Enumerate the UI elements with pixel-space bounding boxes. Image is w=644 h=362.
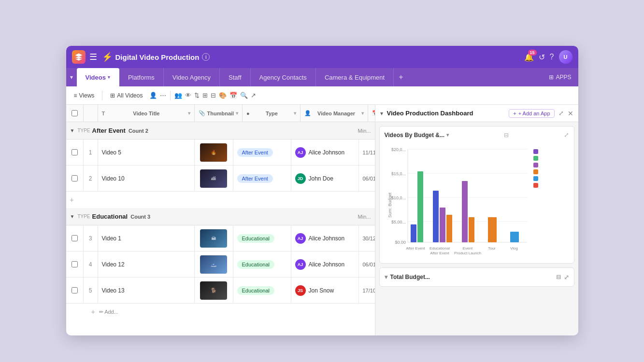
tab-camera-equipment[interactable]: Camera & Equipment — [316, 68, 394, 86]
header: ☰ ⚡ Digital Video Production i 🔔 15 ↺ ? … — [66, 46, 578, 68]
add-row-after-event[interactable]: + — [66, 192, 375, 208]
thumbnail-image: 🔥 — [200, 143, 227, 162]
type-badge: After Event — [237, 148, 273, 157]
cell-manager[interactable]: AJ Alice Johnson — [291, 139, 359, 165]
add-icon: + — [70, 196, 74, 204]
dashboard-title: Video Production Dashboard — [387, 110, 505, 117]
dashboard-header: ▾ Video Production Dashboard + + Add an … — [375, 105, 578, 122]
table-row: 5 Video 13 🐕 Educational JS Jon Snow 17 — [66, 278, 375, 304]
col-header-manager[interactable]: 👤 Video Manager ▾ — [301, 105, 368, 122]
views-icon: ≡ — [74, 92, 77, 99]
group-count-educational: Count 3 — [130, 214, 150, 220]
tab-collapse-icon[interactable]: ▾ — [66, 68, 77, 86]
menu-icon[interactable]: ☰ — [89, 52, 97, 62]
info-icon[interactable]: i — [202, 53, 210, 61]
all-videos-button[interactable]: ⊞ All Videos — [106, 91, 146, 100]
people-icon[interactable]: 👥 — [174, 92, 182, 99]
chart2-filter-icon[interactable]: ⊟ — [556, 274, 561, 280]
apps-button[interactable]: ⊞ APPS — [542, 68, 578, 86]
col-header-thumbnail[interactable]: 📎 Thumbnail ▾ — [195, 105, 243, 122]
manager-avatar: JS — [295, 285, 306, 296]
person-filter-icon[interactable]: 👤 — [149, 92, 157, 99]
tab-label: Videos — [86, 74, 106, 81]
chart-title-chevron[interactable]: ▾ — [446, 132, 449, 138]
manager-cell: AJ Alice Johnson — [295, 233, 345, 244]
row-checkbox[interactable] — [66, 139, 84, 165]
cell-type[interactable]: Educational — [233, 278, 291, 303]
cell-type[interactable]: Educational — [233, 225, 291, 251]
chart-filter-icon[interactable]: ⊟ — [504, 132, 509, 139]
cell-type[interactable]: After Event — [233, 139, 291, 165]
filter-sort-icon[interactable]: ⇅ — [194, 92, 200, 99]
cell-manager[interactable]: JS Jon Snow — [291, 278, 359, 303]
group-type-label: TYPE — [77, 214, 90, 219]
header-actions: 🔔 15 ↺ ? U — [524, 50, 572, 64]
dots-icon[interactable]: ⋯ — [160, 92, 166, 99]
calendar-icon[interactable]: 📅 — [229, 92, 237, 99]
row-number-col — [84, 105, 98, 122]
select-all-checkbox[interactable] — [66, 105, 84, 122]
cell-title[interactable]: Video 5 — [98, 139, 195, 165]
notification-button[interactable]: 🔔 15 — [524, 53, 534, 62]
chart-expand-icon[interactable]: ⤢ — [564, 131, 569, 139]
cell-title[interactable]: Video 10 — [98, 166, 195, 191]
cell-thumbnail: 🏔 — [195, 225, 233, 251]
tab-label: Staff — [229, 74, 242, 81]
cell-date: 30/12/2... — [359, 225, 375, 251]
group-right-after-event: Min... — [358, 128, 371, 134]
col-header-title[interactable]: T Video Title ▾ — [98, 105, 195, 122]
table-icon[interactable]: ⊞ — [202, 92, 208, 99]
cell-manager[interactable]: AJ Alice Johnson — [291, 225, 359, 251]
notification-badge: 15 — [528, 50, 537, 56]
manager-name: Alice Johnson — [309, 235, 345, 242]
dashboard-toggle-icon[interactable]: ▾ — [380, 110, 383, 117]
tab-platforms[interactable]: Platforms — [119, 68, 164, 86]
cell-title[interactable]: Video 12 — [98, 251, 195, 277]
tab-agency-contacts[interactable]: Agency Contacts — [251, 68, 316, 86]
row-number: 2 — [84, 166, 98, 191]
eye-hide-icon[interactable]: 👁 — [185, 92, 191, 99]
cell-manager[interactable]: AJ Alice Johnson — [291, 251, 359, 277]
tab-videos[interactable]: Videos ▾ — [77, 68, 119, 86]
cell-title[interactable]: Video 13 — [98, 278, 195, 303]
dashboard-close-icon[interactable]: ✕ — [568, 110, 573, 117]
cell-type[interactable]: After Event — [233, 166, 291, 191]
share-icon[interactable]: ↗ — [251, 92, 256, 99]
svg-text:$5,00...: $5,00... — [391, 220, 405, 224]
cell-manager[interactable]: JD John Doe — [291, 166, 359, 191]
col-title-chevron: ▾ — [188, 111, 190, 116]
row-checkbox[interactable] — [66, 225, 84, 251]
dashboard-expand-icon[interactable]: ⤢ — [558, 110, 564, 117]
col-header-scheduled[interactable]: 📅 Sc... ▾ — [368, 105, 375, 122]
row-checkbox[interactable] — [66, 166, 84, 191]
svg-text:Educational: Educational — [429, 246, 450, 251]
cell-type[interactable]: Educational — [233, 251, 291, 277]
col-title-label: Video Title — [133, 111, 159, 116]
views-button[interactable]: ≡ Views — [70, 91, 99, 100]
legend-color — [533, 149, 538, 154]
grid-icon: ⊞ — [110, 92, 115, 99]
chart1-title-text: Videos By Budget &... — [385, 132, 444, 139]
tab-video-agency[interactable]: Video Agency — [164, 68, 220, 86]
add-app-button[interactable]: + + Add an App — [509, 109, 554, 118]
tab-staff[interactable]: Staff — [220, 68, 251, 86]
history-icon[interactable]: ↺ — [539, 53, 545, 62]
color-icon[interactable]: 🎨 — [219, 92, 227, 99]
add-label: ✏ Add... — [99, 309, 118, 315]
legend-color — [533, 169, 538, 174]
manager-cell: JD John Doe — [295, 173, 333, 184]
row-checkbox[interactable] — [66, 251, 84, 277]
chart2-expand-icon[interactable]: ⤢ — [564, 274, 569, 281]
add-app-icon: + — [513, 111, 516, 116]
user-avatar[interactable]: U — [559, 50, 572, 64]
cell-title[interactable]: Video 1 — [98, 225, 195, 251]
search-icon[interactable]: 🔍 — [240, 92, 248, 99]
row-checkbox[interactable] — [66, 278, 84, 303]
add-row-bottom[interactable]: + ✏ Add... — [66, 304, 375, 320]
col-header-type[interactable]: ● Type ▾ — [243, 105, 301, 122]
group-toggle-after-event[interactable]: ▼ — [70, 128, 75, 133]
help-icon[interactable]: ? — [550, 53, 554, 61]
filter-icon[interactable]: ⊟ — [211, 92, 216, 99]
group-toggle-educational[interactable]: ▼ — [70, 214, 75, 219]
add-tab-button[interactable]: + — [394, 68, 408, 86]
